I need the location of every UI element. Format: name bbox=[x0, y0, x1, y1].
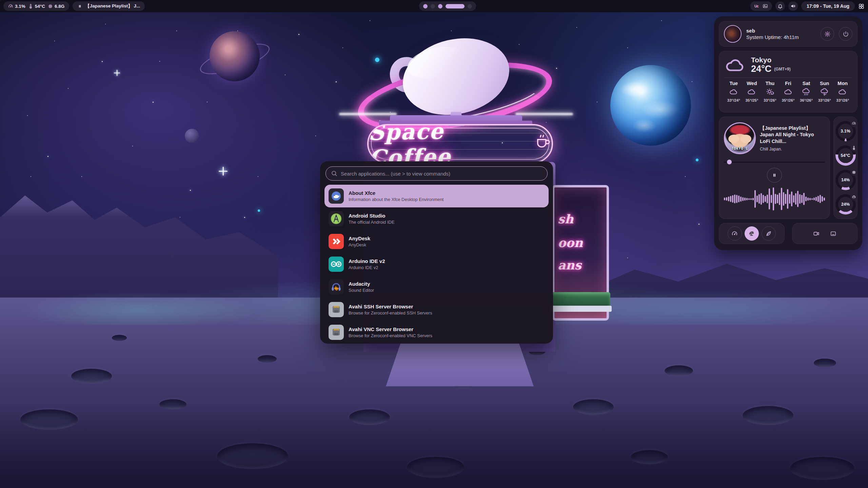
forecast-temps: 33°/26° bbox=[836, 98, 849, 102]
power-button[interactable] bbox=[839, 27, 852, 41]
speedometer-icon bbox=[731, 230, 738, 237]
app-description: Browse for Zeroconf-enabled VNC Servers bbox=[349, 333, 432, 339]
app-launcher-panel: About Xfce Information about the Xfce De… bbox=[320, 161, 553, 344]
memory-value: 6.8G bbox=[55, 4, 64, 9]
app-description: AnyDesk bbox=[349, 242, 370, 248]
forecast-day-fri: Fri 35°/26° bbox=[779, 81, 797, 102]
settings-button[interactable] bbox=[821, 27, 834, 41]
tray-app-icon[interactable]: Uc bbox=[754, 4, 758, 8]
grid-icon bbox=[858, 3, 865, 9]
performance-mode-button[interactable] bbox=[728, 226, 742, 241]
forecast-day-sun: Sun 33°/26° bbox=[815, 81, 834, 102]
now-playing-pill[interactable]: 【Japanese Playlist】 J... bbox=[73, 1, 145, 11]
audio-waveform bbox=[724, 183, 825, 215]
volume-button[interactable] bbox=[788, 1, 798, 11]
search-input[interactable] bbox=[326, 166, 548, 181]
notifications-button[interactable] bbox=[775, 1, 785, 11]
workspace-dot-1[interactable] bbox=[423, 4, 428, 8]
pause-icon bbox=[77, 4, 82, 9]
app-description: Information about the Xfce Desktop Envir… bbox=[349, 197, 443, 203]
temp-value: 54°C bbox=[35, 4, 45, 9]
image-tray-icon[interactable] bbox=[763, 3, 768, 9]
app-grid-button[interactable] bbox=[858, 3, 865, 9]
cafe-walkway bbox=[386, 343, 534, 386]
workspace-dot-5[interactable] bbox=[468, 4, 472, 8]
speedometer-icon bbox=[850, 120, 858, 127]
launcher-app-avahi-vnc-server-browser[interactable]: Avahi VNC Server Browser Browse for Zero… bbox=[324, 321, 549, 344]
gear-icon bbox=[824, 31, 831, 37]
app-description: Sound Editor bbox=[349, 288, 374, 293]
workspace-dot-3[interactable] bbox=[438, 4, 442, 8]
workspace-indicator[interactable] bbox=[419, 1, 476, 11]
workspace-dot-4[interactable] bbox=[446, 4, 465, 8]
gauge-disk: 24% bbox=[835, 194, 856, 215]
forecast-day-label: Tue bbox=[729, 81, 738, 86]
gauge-speedometer: 3.1% bbox=[835, 121, 856, 141]
forecast-day-label: Fri bbox=[785, 81, 791, 86]
avatar[interactable] bbox=[724, 25, 742, 43]
forecast-temps: 35°/25° bbox=[745, 98, 758, 102]
launcher-app-arduino-ide-v2[interactable]: Arduino IDE v2 Arduino IDE v2 bbox=[324, 253, 549, 276]
forecast-temps: 35°/26° bbox=[782, 98, 795, 102]
weather-city: Tokyo bbox=[751, 56, 791, 64]
app-description: The official Android IDE bbox=[349, 220, 395, 225]
track-title: 【Japanese Playlist】 Japan All Night - To… bbox=[760, 125, 825, 145]
neon-coffee-cup-icon bbox=[534, 131, 552, 150]
launcher-app-audacity[interactable]: Audacity Sound Editor bbox=[324, 276, 549, 298]
top-bar: 3.1% 54°C 6.8G 【Japanese Playlist】 J... … bbox=[0, 0, 868, 12]
launcher-app-about-xfce[interactable]: About Xfce Information about the Xfce De… bbox=[324, 185, 549, 207]
forecast-day-label: Mon bbox=[837, 81, 848, 86]
app-title: Arduino IDE v2 bbox=[349, 258, 385, 265]
audacity-app-icon bbox=[329, 279, 344, 294]
forecast-day-wed: Wed 35°/25° bbox=[743, 81, 761, 102]
app-title: AnyDesk bbox=[349, 235, 370, 242]
gauge-thermometer: 54°C bbox=[835, 145, 856, 166]
forecast-day-sat: Sat 36°/26° bbox=[797, 81, 815, 102]
launcher-app-android-studio[interactable]: Android Studio The official Android IDE bbox=[324, 207, 549, 230]
temp-stat: 54°C bbox=[28, 4, 45, 9]
storm-icon bbox=[820, 88, 829, 97]
app-description: Arduino IDE v2 bbox=[349, 265, 385, 271]
track-progress[interactable] bbox=[724, 160, 825, 164]
screenshot-button[interactable] bbox=[826, 226, 840, 241]
sidebar-panel: seb System Uptime: 4h11m Tokyo 24°C (GMT… bbox=[714, 16, 862, 250]
system-stats-pill[interactable]: 3.1% 54°C 6.8G bbox=[3, 1, 69, 11]
forecast-day-tue: Tue 33°/24° bbox=[725, 81, 743, 102]
scales-icon bbox=[748, 230, 755, 237]
album-art-text: TOKYO L bbox=[725, 147, 755, 150]
launcher-app-anydesk[interactable]: AnyDesk AnyDesk bbox=[324, 230, 549, 253]
cloud-icon bbox=[729, 88, 738, 97]
cpu-stat: 3.1% bbox=[8, 4, 25, 9]
system-tray[interactable]: Uc bbox=[750, 1, 772, 11]
album-art[interactable]: TOKYO L bbox=[724, 122, 756, 154]
forecast-temps: 36°/26° bbox=[800, 98, 813, 102]
forecast-day-label: Wed bbox=[747, 81, 757, 86]
track-subtitle: Chill Japan. bbox=[760, 147, 825, 151]
system-gauges: 3.1% 54°C 14% 24% bbox=[833, 117, 857, 219]
roof-light bbox=[515, 113, 573, 115]
progress-handle[interactable] bbox=[727, 160, 732, 164]
clock-label: 17:09 - Tue, 19 Aug bbox=[807, 3, 849, 9]
screen-icon bbox=[830, 230, 836, 237]
roof-light bbox=[339, 113, 397, 115]
launcher-app-avahi-ssh-server-browser[interactable]: Avahi SSH Server Browser Browse for Zero… bbox=[324, 298, 549, 321]
balanced-mode-button[interactable] bbox=[745, 226, 759, 241]
pause-icon bbox=[771, 172, 777, 178]
clock[interactable]: 17:09 - Tue, 19 Aug bbox=[801, 1, 855, 11]
capture-buttons-card bbox=[792, 223, 858, 244]
chip-icon bbox=[48, 4, 53, 9]
weather-forecast: Tue 33°/24°Wed 35°/25°Thu 33°/26°Fri 35°… bbox=[725, 81, 852, 102]
cloud-icon bbox=[784, 88, 793, 97]
android-studio-app-icon bbox=[329, 211, 344, 226]
screen-record-button[interactable] bbox=[809, 226, 823, 241]
forecast-day-label: Thu bbox=[766, 81, 775, 86]
avahi-app-icon bbox=[329, 325, 344, 340]
app-list: About Xfce Information about the Xfce De… bbox=[324, 185, 549, 344]
window-sign-fragment: sh bbox=[558, 212, 573, 226]
power-icon bbox=[843, 31, 849, 37]
workspace-dot-2[interactable] bbox=[431, 4, 435, 8]
powersave-mode-button[interactable] bbox=[762, 226, 776, 241]
gauge-chip: 14% bbox=[835, 170, 856, 190]
play-pause-button[interactable] bbox=[767, 168, 782, 183]
app-title: Android Studio bbox=[349, 212, 395, 220]
